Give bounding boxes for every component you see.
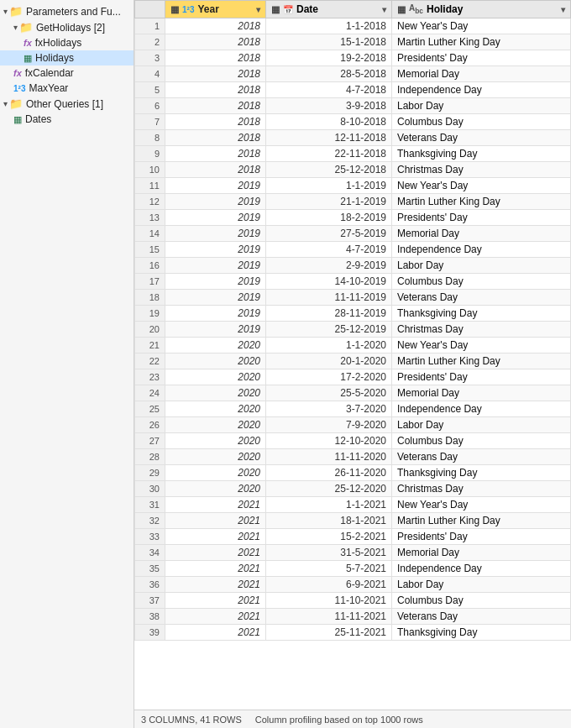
row-number: 13	[135, 210, 165, 226]
table-row[interactable]: 3 2018 19-2-2018 Presidents' Day	[135, 50, 571, 66]
year-dropdown-icon[interactable]: ▾	[256, 5, 260, 14]
holiday-dropdown-icon[interactable]: ▾	[561, 5, 565, 14]
cell-year: 2019	[165, 258, 266, 274]
cell-date: 22-11-2018	[266, 146, 392, 162]
table-row[interactable]: 13 2019 18-2-2019 Presidents' Day	[135, 210, 571, 226]
table-row[interactable]: 6 2018 3-9-2018 Labor Day	[135, 98, 571, 114]
sidebar-item-other-queries[interactable]: ▾ 📁Other Queries [1]	[0, 96, 134, 112]
cell-date: 27-5-2019	[266, 226, 392, 242]
cell-date: 25-11-2021	[266, 625, 392, 641]
table-row[interactable]: 8 2018 12-11-2018 Veterans Day	[135, 130, 571, 146]
table-row[interactable]: 23 2020 17-2-2020 Presidents' Day	[135, 369, 571, 385]
sidebar-item-get-holidays[interactable]: ▾ 📁GetHolidays [2]	[0, 19, 134, 35]
table-row[interactable]: 29 2020 26-11-2020 Thanksgiving Day	[135, 465, 571, 481]
cell-year: 2018	[165, 162, 266, 178]
table-row[interactable]: 39 2021 25-11-2021 Thanksgiving Day	[135, 625, 571, 641]
table-row[interactable]: 20 2019 25-12-2019 Christmas Day	[135, 322, 571, 338]
table-row[interactable]: 36 2021 6-9-2021 Labor Day	[135, 577, 571, 593]
cell-holiday: Veterans Day	[392, 130, 571, 146]
row-number: 37	[135, 593, 165, 609]
row-number: 1	[135, 18, 165, 34]
sidebar-item-fx-holidays[interactable]: fxfxHolidays	[0, 35, 134, 50]
table-row[interactable]: 1 2018 1-1-2018 New Year's Day	[135, 18, 571, 34]
table-row[interactable]: 12 2019 21-1-2019 Martin Luther King Day	[135, 194, 571, 210]
cell-date: 28-11-2019	[266, 306, 392, 322]
table-row[interactable]: 32 2021 18-1-2021 Martin Luther King Day	[135, 513, 571, 529]
table-row[interactable]: 38 2021 11-11-2021 Veterans Day	[135, 609, 571, 625]
cell-year: 2021	[165, 625, 266, 641]
row-number: 38	[135, 609, 165, 625]
row-number: 26	[135, 417, 165, 433]
table-row[interactable]: 9 2018 22-11-2018 Thanksgiving Day	[135, 146, 571, 162]
row-number: 33	[135, 529, 165, 545]
table-row[interactable]: 24 2020 25-5-2020 Memorial Day	[135, 385, 571, 401]
table-row[interactable]: 11 2019 1-1-2019 New Year's Day	[135, 178, 571, 194]
table-header-row: ▦ 1²3 Year ▾ ▦ 📅 Date ▾	[135, 1, 571, 18]
sidebar-label: MaxYear	[29, 82, 68, 94]
table-row[interactable]: 16 2019 2-9-2019 Labor Day	[135, 258, 571, 274]
row-number: 31	[135, 497, 165, 513]
row-number: 7	[135, 114, 165, 130]
cell-year: 2020	[165, 417, 266, 433]
col-header-year[interactable]: ▦ 1²3 Year ▾	[165, 1, 266, 18]
table-row[interactable]: 4 2018 28-5-2018 Memorial Day	[135, 66, 571, 82]
cell-holiday: Presidents' Day	[392, 210, 571, 226]
sidebar-item-holidays[interactable]: ▦Holidays	[0, 50, 134, 65]
table-row[interactable]: 26 2020 7-9-2020 Labor Day	[135, 417, 571, 433]
cell-holiday: Independence Day	[392, 401, 571, 417]
sidebar-item-parameters-fu[interactable]: ▾ 📁Parameters and Fu...	[0, 3, 134, 19]
data-table: ▦ 1²3 Year ▾ ▦ 📅 Date ▾	[134, 0, 571, 641]
table-row[interactable]: 35 2021 5-7-2021 Independence Day	[135, 561, 571, 577]
table-row[interactable]: 30 2020 25-12-2020 Christmas Day	[135, 481, 571, 497]
table-row[interactable]: 15 2019 4-7-2019 Independence Day	[135, 242, 571, 258]
table-row[interactable]: 25 2020 3-7-2020 Independence Day	[135, 401, 571, 417]
row-number: 14	[135, 226, 165, 242]
cell-date: 25-12-2018	[266, 162, 392, 178]
sidebar-item-dates[interactable]: ▦Dates	[0, 112, 134, 127]
table-row[interactable]: 7 2018 8-10-2018 Columbus Day	[135, 114, 571, 130]
cell-date: 25-5-2020	[266, 385, 392, 401]
col-header-date[interactable]: ▦ 📅 Date ▾	[266, 1, 392, 18]
row-number: 18	[135, 290, 165, 306]
date-dropdown-icon[interactable]: ▾	[382, 5, 386, 14]
row-number: 15	[135, 242, 165, 258]
sidebar-item-fx-calendar[interactable]: fxfxCalendar	[0, 65, 134, 81]
cell-year: 2019	[165, 210, 266, 226]
table-row[interactable]: 22 2020 20-1-2020 Martin Luther King Day	[135, 354, 571, 369]
row-number: 32	[135, 513, 165, 529]
row-number: 2	[135, 34, 165, 50]
col-header-holiday[interactable]: ▦ Abc Holiday ▾	[392, 1, 571, 18]
chevron-icon: ▾	[3, 99, 8, 108]
sidebar-item-max-year[interactable]: 1²3MaxYear	[0, 81, 134, 96]
table-row[interactable]: 34 2021 31-5-2021 Memorial Day	[135, 545, 571, 561]
chevron-icon: ▾	[3, 7, 8, 16]
cell-date: 14-10-2019	[266, 274, 392, 290]
cell-year: 2018	[165, 82, 266, 98]
table-row[interactable]: 17 2019 14-10-2019 Columbus Day	[135, 274, 571, 290]
cell-date: 25-12-2019	[266, 322, 392, 338]
table-row[interactable]: 5 2018 4-7-2018 Independence Day	[135, 82, 571, 98]
cell-year: 2021	[165, 609, 266, 625]
cell-year: 2019	[165, 194, 266, 210]
cell-year: 2018	[165, 130, 266, 146]
row-number: 22	[135, 354, 165, 369]
type-icon-date: 📅	[283, 5, 293, 14]
col-header-rownum	[135, 1, 165, 18]
table-container[interactable]: ▦ 1²3 Year ▾ ▦ 📅 Date ▾	[134, 0, 571, 710]
cell-holiday: Columbus Day	[392, 433, 571, 449]
table-row[interactable]: 18 2019 11-11-2019 Veterans Day	[135, 290, 571, 306]
sidebar-label: Other Queries [1]	[26, 98, 103, 110]
table-row[interactable]: 31 2021 1-1-2021 New Year's Day	[135, 497, 571, 513]
table-row[interactable]: 33 2021 15-2-2021 Presidents' Day	[135, 529, 571, 545]
table-row[interactable]: 28 2020 11-11-2020 Veterans Day	[135, 449, 571, 465]
table-row[interactable]: 37 2021 11-10-2021 Columbus Day	[135, 593, 571, 609]
cell-holiday: New Year's Day	[392, 18, 571, 34]
table-row[interactable]: 21 2020 1-1-2020 New Year's Day	[135, 338, 571, 354]
table-icon: ▦	[24, 53, 32, 64]
table-row[interactable]: 10 2018 25-12-2018 Christmas Day	[135, 162, 571, 178]
table-icon: ▦	[13, 114, 22, 125]
table-row[interactable]: 19 2019 28-11-2019 Thanksgiving Day	[135, 306, 571, 322]
table-row[interactable]: 27 2020 12-10-2020 Columbus Day	[135, 433, 571, 449]
table-row[interactable]: 2 2018 15-1-2018 Martin Luther King Day	[135, 34, 571, 50]
table-row[interactable]: 14 2019 27-5-2019 Memorial Day	[135, 226, 571, 242]
